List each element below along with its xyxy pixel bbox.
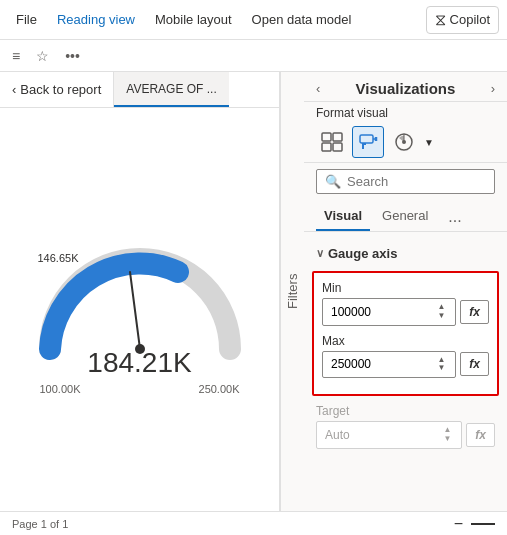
section-toggle-icon: ∨ bbox=[316, 247, 324, 260]
search-icon: 🔍 bbox=[325, 174, 341, 189]
page-indicator: Page 1 of 1 bbox=[12, 518, 68, 530]
copilot-label: Copilot bbox=[450, 12, 490, 27]
gauge-max-label: 250.00K bbox=[199, 383, 240, 395]
min-input-wrapper: ▲ ▼ bbox=[322, 298, 456, 326]
svg-rect-2 bbox=[322, 133, 331, 141]
svg-line-0 bbox=[130, 272, 140, 349]
analytics-icon bbox=[394, 132, 414, 152]
copilot-icon: ⧖ bbox=[435, 11, 446, 29]
back-to-report-button[interactable]: ‹ Back to report bbox=[0, 72, 114, 107]
gauge-axis-title: Gauge axis bbox=[328, 246, 397, 261]
sub-tabs: Visual General ... bbox=[304, 200, 507, 232]
pin-icon[interactable]: ☆ bbox=[32, 44, 53, 68]
min-spinner: ▲ ▼ bbox=[435, 303, 447, 321]
svg-rect-7 bbox=[362, 143, 366, 145]
max-input[interactable] bbox=[331, 357, 396, 371]
icon-row: ▼ bbox=[304, 122, 507, 163]
target-input-row: Auto ▲ ▼ fx bbox=[316, 421, 495, 449]
gauge-axis-section-header[interactable]: ∨ Gauge axis bbox=[304, 240, 507, 267]
status-bar: Page 1 of 1 − bbox=[0, 511, 507, 535]
format-visual-icon bbox=[358, 132, 378, 152]
min-input-row: ▲ ▼ fx bbox=[322, 298, 489, 326]
search-box: 🔍 bbox=[316, 169, 495, 194]
analytics-icon-btn[interactable] bbox=[388, 126, 420, 158]
divider bbox=[471, 523, 495, 525]
svg-point-13 bbox=[402, 140, 406, 144]
more-icon[interactable]: ••• bbox=[61, 44, 84, 68]
max-decrement[interactable]: ▼ bbox=[435, 364, 447, 373]
max-input-wrapper: ▲ ▼ bbox=[322, 351, 456, 379]
tab-general[interactable]: General bbox=[374, 202, 436, 231]
search-input[interactable] bbox=[347, 174, 507, 189]
menu-reading-view[interactable]: Reading view bbox=[49, 8, 143, 31]
format-visual-label: Format visual bbox=[304, 102, 507, 122]
gauge-min-label: 100.00K bbox=[40, 383, 81, 395]
gauge-axis-box: Min ▲ ▼ fx bbox=[312, 271, 499, 396]
min-field-row: Min ▲ ▼ fx bbox=[322, 281, 489, 326]
panel-content: ∨ Gauge axis Min ▲ bbox=[304, 232, 507, 511]
filters-sidebar[interactable]: Filters bbox=[280, 72, 304, 511]
target-fx-button[interactable]: fx bbox=[466, 423, 495, 447]
target-spinner: ▲ ▼ bbox=[441, 426, 453, 444]
min-fx-button[interactable]: fx bbox=[460, 300, 489, 324]
menu-bar: File Reading view Mobile layout Open dat… bbox=[0, 0, 507, 40]
max-field-row: Max ▲ ▼ fx bbox=[322, 334, 489, 379]
target-section: Target Auto ▲ ▼ fx bbox=[304, 400, 507, 453]
target-label: Target bbox=[316, 404, 495, 418]
svg-rect-6 bbox=[360, 135, 373, 143]
expand-icon[interactable]: ▼ bbox=[424, 137, 434, 148]
min-decrement[interactable]: ▼ bbox=[435, 312, 447, 321]
back-arrow-icon: ‹ bbox=[12, 82, 16, 97]
copilot-button[interactable]: ⧖ Copilot bbox=[426, 6, 499, 34]
gauge-needle-label: 146.65K bbox=[38, 252, 79, 264]
target-value: Auto bbox=[325, 428, 350, 442]
svg-rect-4 bbox=[322, 143, 331, 151]
max-fx-button[interactable]: fx bbox=[460, 352, 489, 376]
right-panel: Filters ‹ Visualizations › Format visual bbox=[280, 72, 507, 511]
status-right: − bbox=[454, 515, 495, 533]
min-input[interactable] bbox=[331, 305, 396, 319]
hamburger-icon[interactable]: ≡ bbox=[8, 44, 24, 68]
viz-title: Visualizations bbox=[356, 80, 456, 97]
viz-arrow-right[interactable]: › bbox=[491, 81, 495, 96]
tab-visual[interactable]: Visual bbox=[316, 202, 370, 231]
canvas-area: ‹ Back to report AVERAGE OF ... 146.65K bbox=[0, 72, 280, 511]
filters-tab-container: Filters ‹ Visualizations › Format visual bbox=[280, 72, 507, 511]
svg-rect-8 bbox=[362, 145, 364, 149]
svg-rect-3 bbox=[333, 133, 342, 141]
format-icon-btn[interactable] bbox=[352, 126, 384, 158]
max-label: Max bbox=[322, 334, 489, 348]
viz-arrow-left[interactable]: ‹ bbox=[316, 81, 320, 96]
grid-icon bbox=[321, 132, 343, 152]
minus-button[interactable]: − bbox=[454, 515, 463, 533]
menu-mobile-layout[interactable]: Mobile layout bbox=[147, 8, 240, 31]
tab-more[interactable]: ... bbox=[444, 204, 465, 230]
svg-point-1 bbox=[135, 344, 145, 354]
viz-header: ‹ Visualizations › bbox=[304, 72, 507, 102]
viz-panel: ‹ Visualizations › Format visual bbox=[304, 72, 507, 511]
toolbar: ≡ ☆ ••• bbox=[0, 40, 507, 72]
min-label: Min bbox=[322, 281, 489, 295]
back-to-report-label: Back to report bbox=[20, 82, 101, 97]
svg-rect-5 bbox=[333, 143, 342, 151]
target-decrement[interactable]: ▼ bbox=[441, 435, 453, 444]
grid-icon-btn[interactable] bbox=[316, 126, 348, 158]
target-input-wrapper: Auto ▲ ▼ bbox=[316, 421, 462, 449]
back-tab: ‹ Back to report AVERAGE OF ... bbox=[0, 72, 279, 108]
main-layout: ‹ Back to report AVERAGE OF ... 146.65K bbox=[0, 72, 507, 511]
menu-open-data-model[interactable]: Open data model bbox=[244, 8, 360, 31]
gauge-labels: 100.00K 250.00K bbox=[40, 383, 240, 395]
max-input-row: ▲ ▼ fx bbox=[322, 351, 489, 379]
avg-tab[interactable]: AVERAGE OF ... bbox=[114, 72, 228, 107]
max-spinner: ▲ ▼ bbox=[435, 356, 447, 374]
menu-file[interactable]: File bbox=[8, 8, 45, 31]
gauge-container: 146.65K 184.21K 100.00K 250.00K bbox=[0, 108, 279, 511]
